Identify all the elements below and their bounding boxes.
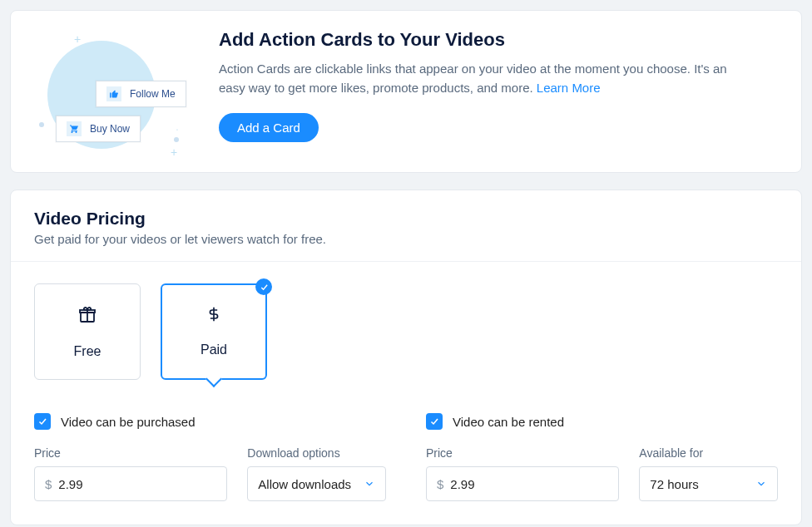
download-options-select[interactable]: Allow downloads [247,466,386,501]
currency-symbol: $ [437,477,443,491]
action-cards-title: Add Action Cards to Your Videos [219,29,778,51]
download-options-label: Download options [247,446,386,460]
illustration-follow-label: Follow Me [130,88,176,100]
purchase-column: Video can be purchased Price $ Download … [34,413,386,501]
currency-symbol: $ [45,477,52,491]
paid-option-label: Paid [201,342,227,357]
rent-price-input[interactable] [450,477,608,491]
rent-price-label: Price [426,446,619,460]
available-for-label: Available for [639,446,778,460]
purchase-price-input[interactable] [58,477,216,491]
action-cards-panel: + + · Follow Me Buy Now Add Action Cards… [10,10,802,173]
illustration-buy-label: Buy Now [90,123,130,135]
chevron-down-icon [364,478,375,490]
action-cards-illustration: + + · Follow Me Buy Now [31,29,205,154]
available-for-select[interactable]: 72 hours [639,466,778,501]
pricing-title: Video Pricing [34,209,778,229]
cart-icon [67,121,82,136]
download-options-value: Allow downloads [258,477,351,491]
dollar-icon [205,306,222,328]
pricing-option-paid[interactable]: Paid [161,283,267,380]
purchase-checkbox-label: Video can be purchased [61,415,196,429]
rent-price-input-wrapper: $ [426,466,619,501]
illustration-buy-card: Buy Now [56,116,141,142]
gift-icon [77,304,97,329]
thumbs-up-icon [106,86,121,101]
pricing-subtitle: Get paid for your videos or let viewers … [34,232,778,246]
purchase-price-input-wrapper: $ [34,466,227,501]
learn-more-link[interactable]: Learn More [537,81,601,95]
rent-checkbox-label: Video can be rented [453,415,564,429]
chevron-down-icon [755,478,767,490]
illustration-follow-card: Follow Me [96,81,186,107]
pricing-option-free[interactable]: Free [34,283,141,380]
check-badge-icon [255,278,272,295]
free-option-label: Free [74,344,102,359]
rent-column: Video can be rented Price $ Available fo… [426,413,778,501]
action-cards-description: Action Cards are clickable links that ap… [219,59,751,98]
video-pricing-panel: Video Pricing Get paid for your videos o… [10,190,802,525]
purchase-checkbox[interactable] [34,413,51,430]
rent-checkbox[interactable] [426,413,443,430]
purchase-price-label: Price [34,446,227,460]
available-for-value: 72 hours [650,477,698,491]
add-card-button[interactable]: Add a Card [219,113,319,142]
